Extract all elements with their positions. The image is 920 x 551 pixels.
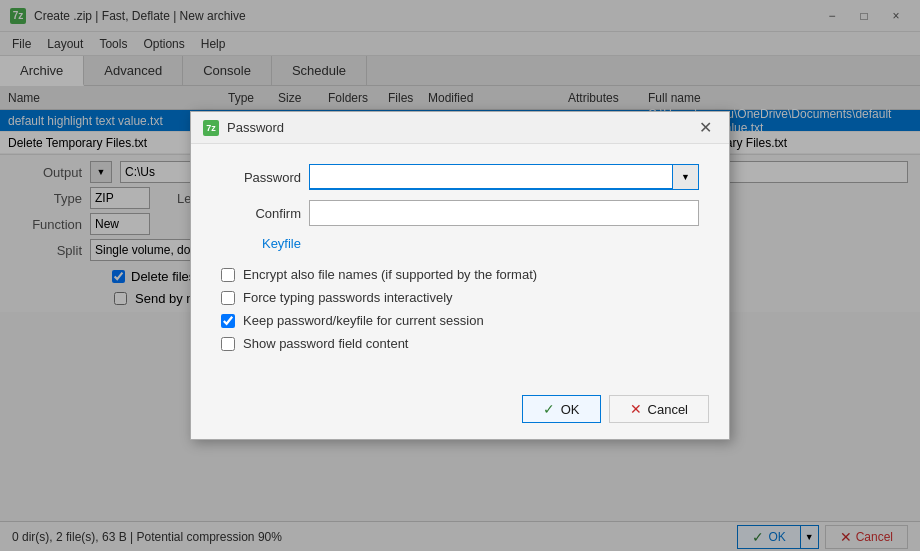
password-input[interactable]	[309, 164, 673, 190]
confirm-input[interactable]	[309, 200, 699, 226]
modal-app-icon: 7z	[203, 120, 219, 136]
force-typing-row: Force typing passwords interactively	[221, 290, 699, 305]
password-input-wrap: ▼	[309, 164, 699, 190]
keep-password-checkbox[interactable]	[221, 314, 235, 328]
modal-cancel-x-icon: ✕	[630, 401, 642, 417]
show-password-row: Show password field content	[221, 336, 699, 351]
encrypt-names-label: Encrypt also file names (if supported by…	[243, 267, 537, 282]
modal-ok-checkmark-icon: ✓	[543, 401, 555, 417]
password-field-row: Password ▼	[221, 164, 699, 190]
keyfile-label[interactable]: Keyfile	[221, 236, 301, 251]
show-password-label: Show password field content	[243, 336, 408, 351]
keep-password-label: Keep password/keyfile for current sessio…	[243, 313, 484, 328]
modal-ok-label: OK	[561, 402, 580, 417]
encrypt-names-checkbox[interactable]	[221, 268, 235, 282]
modal-title-bar: 7z Password ✕	[191, 112, 729, 144]
force-typing-label: Force typing passwords interactively	[243, 290, 453, 305]
modal-title-text: Password	[227, 120, 284, 135]
show-password-checkbox[interactable]	[221, 337, 235, 351]
modal-overlay: 7z Password ✕ Password ▼ Confirm Key	[0, 0, 920, 551]
keyfile-field-row: Keyfile	[221, 236, 699, 251]
force-typing-checkbox[interactable]	[221, 291, 235, 305]
modal-footer: ✓ OK ✕ Cancel	[191, 387, 729, 439]
confirm-label: Confirm	[221, 206, 301, 221]
modal-checkboxes: Encrypt also file names (if supported by…	[221, 267, 699, 351]
modal-cancel-button[interactable]: ✕ Cancel	[609, 395, 709, 423]
modal-ok-button[interactable]: ✓ OK	[522, 395, 601, 423]
password-dropdown-button[interactable]: ▼	[673, 164, 699, 190]
password-modal: 7z Password ✕ Password ▼ Confirm Key	[190, 111, 730, 440]
modal-cancel-label: Cancel	[648, 402, 688, 417]
keep-password-row: Keep password/keyfile for current sessio…	[221, 313, 699, 328]
encrypt-names-row: Encrypt also file names (if supported by…	[221, 267, 699, 282]
password-label: Password	[221, 170, 301, 185]
confirm-field-row: Confirm	[221, 200, 699, 226]
modal-body: Password ▼ Confirm Keyfile Encrypt also …	[191, 144, 729, 387]
modal-close-button[interactable]: ✕	[693, 116, 717, 140]
